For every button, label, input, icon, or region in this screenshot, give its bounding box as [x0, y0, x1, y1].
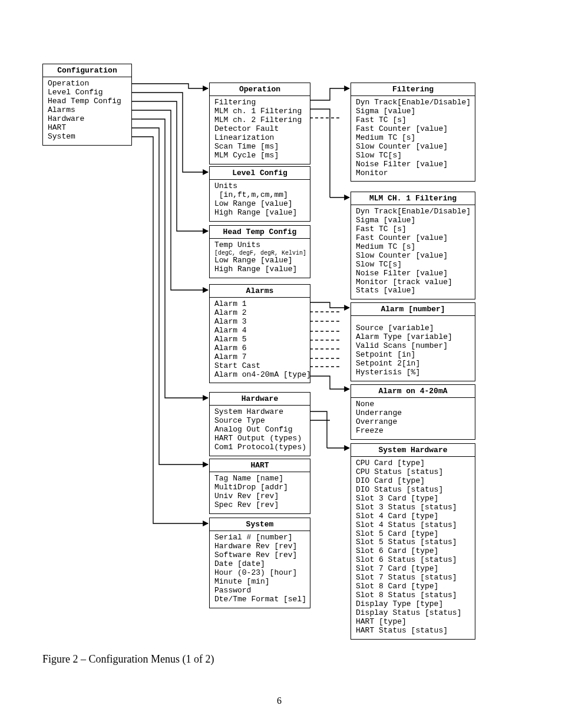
list-item: Source Type	[214, 417, 305, 426]
list-item: Detector Fault	[214, 125, 305, 134]
list-item: Dte/Tme Format [sel]	[214, 595, 305, 604]
hart-title: HART	[210, 459, 310, 472]
list-item: Slot 5 Card [type]	[356, 530, 470, 539]
list-item: Hysterisis [%]	[356, 368, 470, 377]
operation-box: Operation Filtering MLM ch. 1 Filtering …	[209, 83, 310, 164]
list-item: Com1 Protocol(types)	[214, 443, 305, 452]
mlm-ch1-filtering-title: MLM CH. 1 Filtering	[351, 192, 475, 205]
list-item: Tag Name [name]	[214, 475, 305, 483]
list-item: Units	[214, 182, 305, 191]
list-item: CPU Card [type]	[356, 459, 470, 468]
filtering-body: Dyn Track[Enable/Disable] Sigma [value] …	[351, 96, 475, 179]
list-item: Monitor [track value]	[356, 278, 470, 287]
list-item: Alarm 2	[214, 309, 305, 318]
list-item: Fast TC [s]	[356, 225, 470, 234]
list-item: Start Cast	[214, 362, 305, 371]
list-item: Temp Units	[214, 241, 305, 250]
list-item: Serial # [number]	[214, 533, 305, 542]
list-item: Operation	[48, 80, 127, 88]
list-item: Slot 6 Status [status]	[356, 556, 470, 565]
level-config-box: Level Config Units [in,ft,m,cm,mm] Low R…	[209, 166, 310, 222]
list-item: Password	[214, 587, 305, 595]
list-item: Sigma [value]	[356, 216, 470, 225]
list-item: Slot 4 Card [type]	[356, 512, 470, 521]
list-item: Alarm 3	[214, 318, 305, 327]
system-box: System Serial # [number] Hardware Rev [r…	[209, 518, 310, 608]
list-item: Slot 8 Card [type]	[356, 582, 470, 591]
list-item: Scan Time [ms]	[214, 143, 305, 151]
list-item: Slow TC[s]	[356, 151, 470, 160]
list-item: Dyn Track[Enable/Disable]	[356, 207, 470, 216]
list-item: Slot 5 Status [status]	[356, 538, 470, 547]
list-item: Monitor	[356, 169, 470, 178]
list-item: DIO Card [type]	[356, 477, 470, 486]
list-item: Level Config	[48, 88, 127, 97]
list-item: Alarm on4-20mA [type]	[214, 371, 305, 380]
list-item: Alarm 1	[214, 300, 305, 309]
alarm-420-box: Alarm on 4-20mA None Underrange Overrang…	[351, 384, 475, 440]
list-item: Underrange	[356, 409, 470, 418]
list-item: High Range [value]	[214, 209, 305, 218]
alarm-420-title: Alarm on 4-20mA	[351, 385, 475, 398]
list-item: Alarms	[48, 106, 127, 115]
list-item: Freeze	[356, 427, 470, 436]
list-item: HART [type]	[356, 618, 470, 627]
list-item: Slot 7 Card [type]	[356, 565, 470, 574]
alarm-number-body: Source [variable] Alarm Type [variable] …	[351, 316, 475, 378]
list-item: Slot 6 Card [type]	[356, 547, 470, 556]
list-item: Alarm 7	[214, 353, 305, 362]
system-hardware-box: System Hardware CPU Card [type] CPU Stat…	[351, 443, 475, 640]
list-item: Slot 4 Status [status]	[356, 521, 470, 530]
hardware-box: Hardware System Hardware Source Type Ana…	[209, 392, 310, 456]
alarms-body: Alarm 1 Alarm 2 Alarm 3 Alarm 4 Alarm 5 …	[210, 298, 310, 380]
list-item: [in,ft,m,cm,mm]	[214, 191, 305, 200]
list-item: MLM ch. 1 Filtering	[214, 107, 305, 116]
configuration-body: Operation Level Config Head Temp Config …	[43, 77, 131, 143]
figure-caption: Figure 2 – Configuration Menus (1 of 2)	[42, 653, 214, 666]
list-item: Medium TC [s]	[356, 134, 470, 143]
list-item: Filtering	[214, 98, 305, 107]
list-item: MLM Cycle [ms]	[214, 151, 305, 160]
list-item: System	[48, 133, 127, 141]
list-item: Alarm 5	[214, 335, 305, 344]
operation-title: Operation	[210, 83, 310, 96]
list-item: High Range [value]	[214, 265, 305, 274]
page-number: 6	[277, 696, 282, 706]
list-item: HART	[48, 124, 127, 133]
alarms-box: Alarms Alarm 1 Alarm 2 Alarm 3 Alarm 4 A…	[209, 284, 310, 383]
configuration-box: Configuration Operation Level Config Hea…	[42, 64, 132, 146]
list-item: Head Temp Config	[48, 97, 127, 106]
alarm-420-body: None Underrange Overrange Freeze	[351, 398, 475, 437]
list-item: Software Rev [rev]	[214, 551, 305, 560]
list-item: Source [variable]	[356, 324, 470, 333]
list-item: DIO Status [status]	[356, 486, 470, 495]
configuration-title: Configuration	[43, 64, 131, 77]
level-config-title: Level Config	[210, 167, 310, 180]
list-item: Analog Out Config	[214, 426, 305, 434]
list-item: Fast TC [s]	[356, 116, 470, 125]
list-item: Fast Counter [value]	[356, 125, 470, 134]
list-item: Low Range [value]	[214, 200, 305, 209]
mlm-ch1-filtering-body: Dyn Track[Enable/Disable] Sigma [value] …	[351, 205, 475, 297]
list-item: Overrange	[356, 418, 470, 427]
list-item: Display Type [type]	[356, 600, 470, 609]
system-body: Serial # [number] Hardware Rev [rev] Sof…	[210, 531, 310, 605]
list-item: Stats [value]	[356, 286, 470, 295]
hardware-title: Hardware	[210, 393, 310, 406]
list-item: Setpoint [in]	[356, 351, 470, 360]
list-item: Minute [min]	[214, 578, 305, 587]
system-hardware-title: System Hardware	[351, 444, 475, 457]
list-item: Slot 3 Card [type]	[356, 495, 470, 503]
hart-body: Tag Name [name] MultiDrop [addr] Univ Re…	[210, 472, 310, 511]
alarm-number-title: Alarm [number]	[351, 303, 475, 316]
operation-body: Filtering MLM ch. 1 Filtering MLM ch. 2 …	[210, 96, 310, 162]
list-item: System Hardware	[214, 408, 305, 417]
list-item: Slot 3 Status [status]	[356, 503, 470, 512]
mlm-ch1-filtering-box: MLM CH. 1 Filtering Dyn Track[Enable/Dis…	[351, 192, 475, 299]
head-temp-config-body: Temp Units [degC, degF, degR, Kelvin] Lo…	[210, 239, 310, 275]
list-item: Date [date]	[214, 560, 305, 569]
list-item: MultiDrop [addr]	[214, 483, 305, 492]
head-temp-config-title: Head Temp Config	[210, 226, 310, 239]
list-item: Linearization	[214, 134, 305, 143]
list-item: Medium TC [s]	[356, 243, 470, 252]
